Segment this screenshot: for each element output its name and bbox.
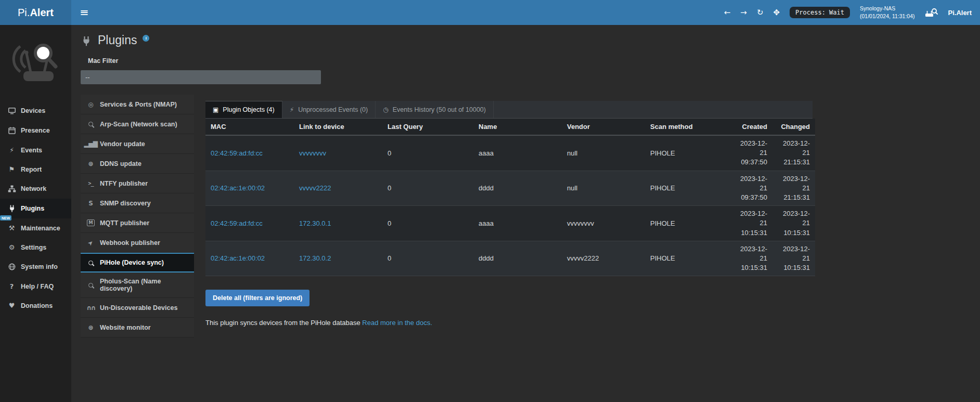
plugin-menu-label: NTFY publisher	[100, 180, 148, 187]
sidebar-item-system-info[interactable]: System info	[0, 257, 71, 277]
mac-filter-input[interactable]	[81, 70, 321, 84]
last-query-cell: 0	[382, 171, 473, 206]
sidebar-item-report[interactable]: ⚑ Report	[0, 160, 71, 179]
table-header-row: MAC Link to device Last Query Name Vendo…	[205, 119, 815, 135]
plugin-description-row: This plugin syncs devices from the PiHol…	[205, 319, 813, 327]
move-icon[interactable]: ✥	[773, 8, 780, 17]
clock-icon: ◷	[383, 106, 388, 113]
sidebar-item-presence[interactable]: Presence	[0, 121, 71, 140]
sidebar-item-maintenance[interactable]: NEW ⚒ Maintenance	[0, 218, 71, 238]
plugin-menu-item-ntfy[interactable]: >_ NTFY publisher	[81, 174, 194, 193]
sidebar-item-help-faq[interactable]: ? Help / FAQ	[0, 277, 71, 296]
letter-s-icon: S	[87, 200, 95, 207]
plugin-menu-item-snmp[interactable]: S SNMP discovery	[81, 193, 194, 213]
created-cell: 2023-12-21 10:15:31	[731, 206, 772, 241]
device-link[interactable]: vvvvv2222	[299, 184, 331, 192]
name-cell: dddd	[473, 171, 562, 206]
globe-icon: ⊕	[87, 324, 95, 331]
tab-plugin-objects[interactable]: ▣ Plugin Objects (4)	[205, 101, 282, 118]
table-row: 02:42:59:ad:fd:cc 172.30.0.1 0 aaaa vvvv…	[205, 206, 815, 241]
mac-link[interactable]: 02:42:59:ad:fd:cc	[211, 149, 263, 157]
app-root: Pi.Alert ≡ ← → ↻ ✥ Process: Wait Synolog…	[0, 0, 980, 402]
plugin-menu-item-website-monitor[interactable]: ⊕ Website monitor	[81, 318, 194, 338]
process-status-badge: Process: Wait	[790, 7, 850, 18]
globe-icon	[7, 263, 16, 271]
last-query-cell: 0	[382, 135, 473, 171]
scan-method-cell: PIHOLE	[645, 206, 731, 241]
plugin-menu-item-nmap[interactable]: ◎ Services & Ports (NMAP)	[81, 95, 194, 114]
sidebar-item-network[interactable]: Network	[0, 179, 71, 199]
forward-icon[interactable]: →	[740, 8, 747, 17]
device-link[interactable]: 172.30.0.1	[299, 219, 331, 227]
plugin-menu-item-arpscan[interactable]: Arp-Scan (Network scan)	[81, 114, 194, 134]
changed-cell: 2023-12-21 21:15:31	[772, 171, 815, 206]
device-link[interactable]: vvvvvvvv	[299, 149, 326, 157]
scan-method-cell: PIHOLE	[645, 171, 731, 206]
plugin-menu-label: SNMP discovery	[100, 200, 151, 207]
sidebar-item-devices[interactable]: Devices	[0, 101, 71, 121]
table-row: 02:42:ac:1e:00:02 vvvvv2222 0 dddd null …	[205, 171, 815, 206]
last-query-cell: 0	[382, 206, 473, 241]
info-badge[interactable]: i	[143, 35, 149, 42]
docs-link[interactable]: Read more in the docs.	[362, 319, 432, 327]
mac-cell: 02:42:59:ad:fd:cc	[205, 206, 294, 241]
sidebar-item-donations[interactable]: ♥ Donations	[0, 296, 71, 315]
device-link[interactable]: 172.30.0.2	[299, 254, 331, 262]
plug-icon	[7, 204, 16, 213]
sidebar-item-label: Report	[21, 166, 42, 173]
refresh-icon[interactable]: ↻	[757, 8, 764, 17]
plugin-menu-item-pholus[interactable]: Pholus-Scan (Name discovery)	[81, 273, 194, 298]
content-row: ◎ Services & Ports (NMAP) Arp-Scan (Netw…	[81, 95, 980, 338]
mac-link[interactable]: 02:42:59:ad:fd:cc	[211, 219, 263, 227]
tab-events-history[interactable]: ◷ Events History (50 out of 10000)	[376, 101, 494, 118]
delete-all-button[interactable]: Delete all (filters are ignored)	[205, 290, 310, 306]
vendor-cell: vvvvvvvv	[562, 206, 645, 241]
vendor-cell: null	[562, 171, 645, 206]
plugin-menu-item-webhook[interactable]: ➤ Webhook publisher	[81, 233, 194, 253]
gear-icon: ⚙	[7, 243, 16, 251]
host-name: Synology-NAS	[860, 5, 914, 12]
column-header: Created	[731, 119, 772, 135]
plugin-menu-item-vendor-update[interactable]: ▂▅▇ Vendor update	[81, 134, 194, 154]
back-icon[interactable]: ←	[724, 8, 731, 17]
column-header: Changed	[772, 119, 815, 135]
hamburger-menu-icon[interactable]: ≡	[71, 0, 97, 25]
link-cell: 172.30.0.1	[294, 206, 382, 241]
letter-m-icon: M	[87, 219, 95, 226]
plugin-menu-item-undiscoverable[interactable]: ∩∩ Un-Discoverable Devices	[81, 298, 194, 318]
mac-cell: 02:42:ac:1e:00:02	[205, 171, 294, 206]
host-info: Synology-NAS (01/01/2024, 11:31:04)	[860, 5, 914, 20]
sidebar-menu: Devices Presence ⚡ Events ⚑ Report	[0, 101, 71, 315]
flag-icon: ⚑	[7, 165, 16, 173]
brand-logo[interactable]: Pi.Alert	[0, 0, 71, 25]
brand-prefix: Pi.	[18, 7, 30, 19]
mac-link[interactable]: 02:42:ac:1e:00:02	[211, 184, 265, 192]
created-cell: 2023-12-21 09:37:50	[731, 135, 772, 171]
column-header: Name	[473, 119, 562, 135]
column-header: Last Query	[382, 119, 473, 135]
sidebar-item-label: Presence	[21, 127, 50, 134]
plugin-menu-label: Website monitor	[100, 324, 151, 331]
mac-cell: 02:42:59:ad:fd:cc	[205, 135, 294, 171]
tab-label: Plugin Objects (4)	[223, 106, 274, 113]
plugin-menu-label: Arp-Scan (Network scan)	[100, 121, 177, 128]
plug-icon	[81, 35, 92, 49]
topbar-brand-right: Pi.Alert	[948, 9, 972, 17]
plugin-menu-label: MQTT publisher	[100, 219, 149, 227]
heart-icon: ♥	[7, 302, 16, 309]
link-cell: vvvvv2222	[294, 171, 382, 206]
main-content: Plugins i Mac Filter ◎ Services & Ports …	[71, 25, 980, 402]
table-row: 02:42:ac:1e:00:02 172.30.0.2 0 dddd vvvv…	[205, 241, 815, 276]
sidebar-item-events[interactable]: ⚡ Events	[0, 140, 71, 160]
name-cell: aaaa	[473, 135, 562, 171]
mac-link[interactable]: 02:42:ac:1e:00:02	[211, 254, 265, 262]
plugin-menu-item-pihole[interactable]: PiHole (Device sync)	[81, 253, 194, 273]
plugin-menu-item-mqtt[interactable]: M MQTT publisher	[81, 213, 194, 233]
search-icon	[87, 122, 95, 126]
sidebar-item-settings[interactable]: ⚙ Settings	[0, 238, 71, 257]
scan-method-cell: PIHOLE	[645, 135, 731, 171]
bolt-icon: ⚡	[7, 146, 16, 154]
plugin-menu-item-ddns[interactable]: ⊕ DDNS update	[81, 154, 194, 174]
tab-unprocessed-events[interactable]: ⚡ Unprocessed Events (0)	[282, 101, 376, 118]
plugin-menu-label: Vendor update	[100, 140, 145, 148]
